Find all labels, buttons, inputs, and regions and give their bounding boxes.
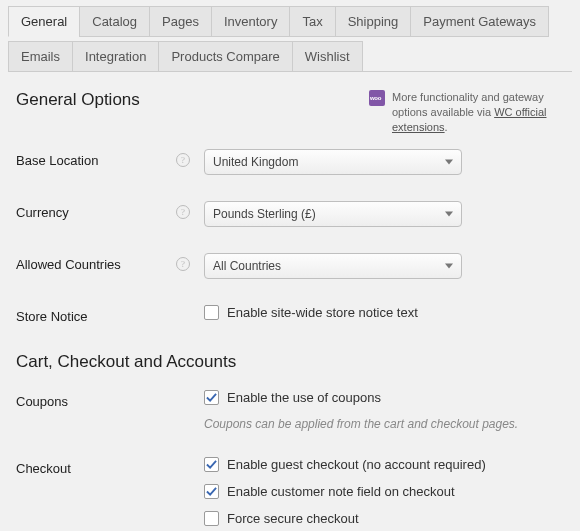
tab-wishlist[interactable]: Wishlist: [292, 41, 363, 72]
allowed-countries-select[interactable]: All Countries: [204, 253, 462, 279]
coupons-hint: Coupons can be applied from the cart and…: [204, 417, 564, 431]
currency-select[interactable]: Pounds Sterling (£): [204, 201, 462, 227]
checkout-label: Checkout: [16, 457, 204, 476]
guest-checkout-checkbox[interactable]: [204, 457, 219, 472]
help-icon[interactable]: ?: [176, 257, 190, 271]
base-location-select[interactable]: United Kingdom: [204, 149, 462, 175]
store-notice-checkbox-label: Enable site-wide store notice text: [227, 305, 418, 320]
tab-tax[interactable]: Tax: [289, 6, 335, 37]
help-icon[interactable]: ?: [176, 205, 190, 219]
settings-tabs: GeneralCatalogPagesInventoryTaxShippingP…: [0, 0, 580, 76]
coupons-checkbox[interactable]: [204, 390, 219, 405]
section-title-cart: Cart, Checkout and Accounts: [16, 352, 564, 372]
tab-general[interactable]: General: [8, 6, 80, 37]
force-ssl-label: Force secure checkout: [227, 511, 359, 526]
force-ssl-checkbox[interactable]: [204, 511, 219, 526]
tab-pages[interactable]: Pages: [149, 6, 212, 37]
tab-catalog[interactable]: Catalog: [79, 6, 150, 37]
tab-emails[interactable]: Emails: [8, 41, 73, 72]
coupons-label: Coupons: [16, 390, 204, 409]
store-notice-label: Store Notice: [16, 305, 204, 324]
guest-checkout-label: Enable guest checkout (no account requir…: [227, 457, 486, 472]
tab-payment-gateways[interactable]: Payment Gateways: [410, 6, 549, 37]
woo-icon: [369, 90, 385, 106]
tab-integration[interactable]: Integration: [72, 41, 159, 72]
base-location-label: Base Location ?: [16, 149, 204, 168]
allowed-countries-label: Allowed Countries ?: [16, 253, 204, 272]
tab-shipping[interactable]: Shipping: [335, 6, 412, 37]
currency-label: Currency ?: [16, 201, 204, 220]
coupons-checkbox-label: Enable the use of coupons: [227, 390, 381, 405]
tab-inventory[interactable]: Inventory: [211, 6, 290, 37]
section-title-general: General Options: [16, 90, 369, 110]
help-icon[interactable]: ?: [176, 153, 190, 167]
tab-products-compare[interactable]: Products Compare: [158, 41, 292, 72]
promo-note: More functionality and gateway options a…: [369, 90, 564, 135]
customer-note-label: Enable customer note field on checkout: [227, 484, 455, 499]
store-notice-checkbox[interactable]: [204, 305, 219, 320]
customer-note-checkbox[interactable]: [204, 484, 219, 499]
